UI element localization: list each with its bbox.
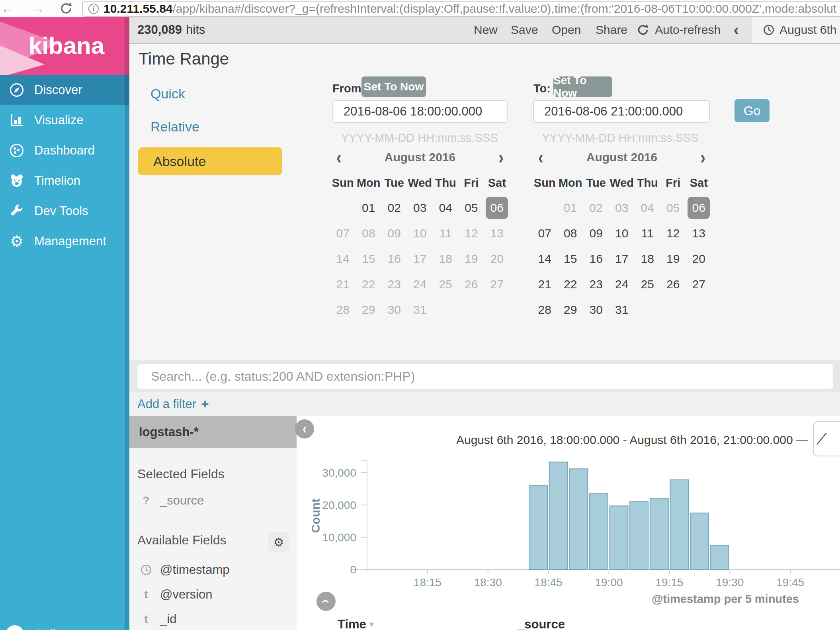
calendar-date[interactable]: 19 [660,246,686,272]
histogram-bar[interactable] [650,498,668,569]
calendar-date[interactable]: 04 [433,195,459,221]
collapse-sidebar-button[interactable]: ‹ [295,419,314,438]
histogram-bar[interactable] [670,480,688,569]
calendar-date[interactable]: 17 [407,246,433,272]
histogram-bar[interactable] [569,469,588,569]
calendar-date[interactable]: 02 [381,195,407,221]
topbar-share-button[interactable]: Share [596,17,627,43]
calendar-date[interactable]: 15 [558,246,584,272]
forward-icon[interactable]: → [31,0,45,17]
calendar-date[interactable]: 26 [459,272,484,297]
sidebar-item-management[interactable]: ⚙Management [0,226,129,256]
calendar-date[interactable]: 29 [356,297,382,323]
sidebar-item-discover[interactable]: Discover [0,75,129,105]
topbar-open-button[interactable]: Open [552,17,581,43]
calendar-date[interactable]: 08 [558,221,584,246]
calendar-date[interactable]: 03 [609,195,635,221]
calendar-date[interactable]: 30 [583,297,609,323]
field-row-timestamp[interactable]: @timestamp [139,562,229,577]
calendar-date[interactable]: 05 [459,195,484,221]
calendar-date[interactable]: 26 [660,272,686,297]
go-button[interactable]: Go [735,99,770,122]
doc-column-source[interactable]: _source [518,617,565,630]
sidebar-item-dev-tools[interactable]: Dev Tools [0,196,129,226]
kibana-logo[interactable]: kibana [0,17,129,75]
histogram-bar[interactable] [590,494,608,569]
calendar-date[interactable]: 10 [609,221,635,246]
calendar-prev-month-icon[interactable]: ‹ [336,146,342,169]
add-filter-link[interactable]: Add a filter [137,397,196,411]
calendar-date[interactable]: 11 [433,221,459,246]
calendar-date[interactable]: 30 [381,297,407,323]
calendar-date[interactable]: 10 [407,221,433,246]
calendar-date[interactable]: 02 [583,195,609,221]
calendar-date[interactable]: 20 [686,246,712,272]
tab-absolute[interactable]: Absolute [138,147,282,175]
search-input[interactable] [137,364,833,389]
calendar-date[interactable]: 31 [609,297,635,323]
tab-relative[interactable]: Relative [150,119,199,135]
calendar-date[interactable]: 16 [583,246,609,272]
calendar-date[interactable]: 18 [433,246,459,272]
calendar-date[interactable]: 28 [532,297,558,323]
url-bar[interactable]: i 10.211.55.84/app/kibana#/discover?_g=(… [82,1,840,17]
calendar-date[interactable]: 28 [330,297,356,323]
calendar-date[interactable]: 20 [484,246,510,272]
calendar-date[interactable]: 09 [583,221,609,246]
collapse-histogram-button[interactable]: ‹ [316,592,336,611]
calendar-date[interactable]: 08 [356,221,382,246]
time-picker-button[interactable]: August 6th 20 [752,17,840,43]
doc-column-time[interactable]: Time▾ [338,617,374,630]
calendar-date[interactable]: 22 [558,272,584,297]
calendar-date[interactable]: 23 [583,272,609,297]
index-pattern-selector[interactable]: logstash-* [129,416,297,448]
calendar-date[interactable]: 01 [558,195,584,221]
calendar-date[interactable]: 07 [330,221,356,246]
calendar-date[interactable]: 29 [558,297,584,323]
calendar-date[interactable]: 27 [686,272,712,297]
calendar-date[interactable]: 24 [609,272,635,297]
auto-refresh-button[interactable]: Auto-refresh [635,17,721,43]
info-icon[interactable]: i [88,4,99,14]
sidebar-item-dashboard[interactable]: Dashboard [0,135,129,166]
calendar-date[interactable]: 31 [407,297,433,323]
calendar-date[interactable]: 14 [330,246,356,272]
calendar-date[interactable]: 09 [381,221,407,246]
calendar-date[interactable]: 25 [635,272,660,297]
calendar-date[interactable]: 11 [635,221,660,246]
to-datetime-input[interactable] [533,100,710,123]
field-row-_id[interactable]: t_id [139,612,176,627]
field-row-version[interactable]: t@version [139,587,212,602]
from-datetime-input[interactable] [332,100,508,123]
calendar-date[interactable]: 03 [407,195,433,221]
sidebar-item-visualize[interactable]: Visualize [0,105,129,135]
sidebar-item-timelion[interactable]: Timelion [0,166,129,196]
calendar-date[interactable]: 21 [532,272,558,297]
calendar-date[interactable]: 06 [686,195,712,221]
back-icon[interactable]: ← [1,0,14,17]
calendar-date[interactable]: 21 [330,272,356,297]
plus-icon[interactable]: + [201,397,209,412]
chevron-left-icon[interactable]: ‹ [734,17,739,43]
calendar-date[interactable]: 12 [660,221,686,246]
calendar-date[interactable]: 13 [484,221,510,246]
field-row-_source[interactable]: ?_source [139,493,204,508]
sidebar-collapse-button[interactable]: ◀ Collapse [0,620,135,630]
calendar-date[interactable]: 17 [609,246,635,272]
from-set-to-now-button[interactable]: Set To Now [361,76,426,97]
to-set-to-now-button[interactable]: Set To Now [553,76,612,97]
calendar-next-month-icon[interactable]: › [700,146,705,169]
topbar-new-button[interactable]: New [474,17,498,43]
histogram-bar[interactable] [630,502,648,569]
calendar-date[interactable]: 25 [433,272,459,297]
chart-corner-button[interactable]: ∕ [813,421,840,456]
calendar-date[interactable]: 23 [381,272,407,297]
histogram-bar[interactable] [690,513,709,569]
calendar-date[interactable]: 01 [356,195,382,221]
fields-settings-gear-icon[interactable]: ⚙ [268,532,289,552]
calendar-date[interactable]: 22 [356,272,382,297]
histogram-bar[interactable] [549,462,568,569]
calendar-date[interactable]: 18 [635,246,660,272]
calendar-date[interactable]: 07 [532,221,558,246]
calendar-date[interactable]: 19 [459,246,484,272]
